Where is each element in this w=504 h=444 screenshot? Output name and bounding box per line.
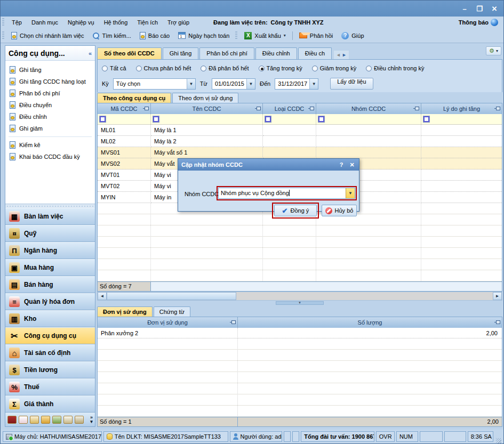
filter-button-icon[interactable]: [99, 116, 106, 123]
pin-icon[interactable]: [145, 107, 149, 110]
module-mua-hang[interactable]: ▣Mua hàng: [5, 259, 95, 276]
period-select[interactable]: Tùy chọn ▼: [113, 78, 196, 90]
ok-button[interactable]: ✔ Đồng ý: [274, 205, 317, 216]
group-combobox[interactable]: Nhóm phục vụ Cộng đồng ▼: [218, 188, 355, 199]
pin-icon[interactable]: [310, 107, 314, 110]
select-branch-button[interactable]: Chọn chi nhánh làm việc: [7, 30, 88, 41]
scrollbar-track[interactable]: [236, 292, 493, 300]
from-date-dropdown-icon[interactable]: ▼: [246, 79, 255, 89]
minimize-button[interactable]: –: [460, 5, 469, 13]
tab-so-theo-doi-ccdc[interactable]: Số theo dõi CCDC: [97, 47, 162, 59]
dialog-title-bar[interactable]: Cập nhật nhóm CCDC ? ✕: [178, 159, 359, 171]
export-button[interactable]: X Xuất khẩu ▾: [240, 30, 290, 41]
module-ngan-hang[interactable]: ΠNgân hàng: [5, 242, 95, 259]
export-dropdown-icon[interactable]: ▾: [284, 33, 286, 38]
tab-dieu-chinh[interactable]: Điều chỉnh: [255, 47, 297, 59]
filter-button-icon[interactable]: [153, 116, 159, 123]
notifications[interactable]: Thông báo: [459, 19, 498, 26]
search-button[interactable]: Tìm kiếm...: [88, 30, 135, 41]
feedback-button[interactable]: Phản hồi: [295, 31, 337, 41]
module-overflow-button[interactable]: » ▾: [90, 415, 93, 424]
task-kiem-ke[interactable]: Kiểm kê: [5, 139, 95, 151]
mini-notepad-icon[interactable]: [30, 416, 39, 424]
table-row-selected[interactable]: MVS01Máy vắt sổ 1: [98, 147, 502, 158]
mini-notes-icon[interactable]: [63, 416, 73, 424]
scrollbar-thumb[interactable]: [107, 292, 236, 300]
tab-phan-bo-chi-phi[interactable]: Phân bổ chi phí: [199, 47, 254, 59]
module-tai-san-co-dinh[interactable]: ⌂Tài sản cố định: [5, 344, 95, 361]
dialog-help-icon[interactable]: ?: [338, 162, 345, 168]
maximize-button[interactable]: ❐: [475, 5, 484, 13]
radio-giam-trong-ky[interactable]: Giảm trong kỳ: [312, 65, 356, 71]
dialog-close-icon[interactable]: ✕: [348, 162, 356, 168]
task-phan-bo-chi-phi[interactable]: Phân bổ chi phí: [5, 87, 95, 99]
pin-icon[interactable]: [415, 107, 419, 110]
mini-calendar-flower-icon[interactable]: [19, 416, 28, 424]
mini-book-icon[interactable]: [7, 416, 17, 424]
group-dropdown-icon[interactable]: ▼: [346, 188, 355, 198]
module-quan-ly-hoa-don[interactable]: ≡Quản lý hóa đơn: [5, 293, 95, 310]
task-ghi-tang-hang-loat[interactable]: Ghi tăng CCDC hàng loạt: [5, 76, 95, 87]
menu-file[interactable]: Tệp: [7, 18, 27, 27]
help-button[interactable]: ? Giúp: [337, 30, 368, 41]
menu-help[interactable]: Trợ giúp: [163, 18, 194, 27]
tab-scroll-right-icon[interactable]: ►: [342, 52, 347, 58]
menu-system[interactable]: Hệ thống: [99, 18, 133, 27]
period-dropdown-icon[interactable]: ▼: [187, 79, 195, 89]
mini-coins-icon[interactable]: [41, 416, 50, 424]
to-date-picker[interactable]: 31/12/2017 ▼: [275, 78, 318, 90]
col-loai-ccdc[interactable]: Loại CCDC: [263, 103, 316, 114]
module-thue[interactable]: %Thuế: [5, 378, 95, 395]
col-ten-ccdc[interactable]: Tên CCDC: [151, 103, 263, 114]
table-row[interactable]: Phân xưởng 2 2,00: [98, 328, 502, 338]
module-kho[interactable]: ▥Kho: [5, 310, 95, 327]
col-ly-do-ghi-tang[interactable]: Lý do ghi tăng: [421, 103, 502, 114]
task-dieu-chuyen[interactable]: Điều chuyển: [5, 99, 95, 111]
filter-button-icon[interactable]: [318, 116, 325, 123]
from-date-picker[interactable]: 01/01/2015 ▼: [212, 78, 255, 90]
splitter-handle[interactable]: ▼: [276, 301, 324, 305]
table-row[interactable]: ML01Máy là 1: [98, 125, 502, 136]
posting-date-button[interactable]: Ngày hạch toán: [174, 30, 234, 41]
tab-scroll-left-icon[interactable]: ◄: [336, 52, 341, 58]
radio-tang-trong-ky[interactable]: Tăng trong kỳ: [259, 65, 302, 71]
task-dieu-chinh[interactable]: Điều chỉnh: [5, 111, 95, 123]
close-button[interactable]: ✕: [490, 5, 499, 13]
horizontal-scrollbar[interactable]: ◄ ►: [97, 292, 502, 301]
grid-settings-button[interactable]: ⚙ ▾: [486, 46, 501, 55]
tab-ghi-tang[interactable]: Ghi tăng: [163, 47, 199, 59]
viewtab-theo-cong-cu[interactable]: Theo công cụ dụng cụ: [97, 93, 171, 103]
scroll-left-icon[interactable]: ◄: [98, 292, 107, 300]
task-ghi-giam[interactable]: Ghi giảm: [5, 123, 95, 134]
mini-schedule-icon[interactable]: [75, 416, 84, 424]
pane-splitter[interactable]: ▼: [97, 301, 502, 306]
collapse-icon[interactable]: «: [89, 50, 92, 56]
pin-icon[interactable]: [257, 107, 261, 110]
detailtab-chung-tu[interactable]: Chứng từ: [154, 306, 190, 317]
group-combobox-value[interactable]: Nhóm phục vụ Cộng đồng: [219, 188, 346, 198]
table-row[interactable]: ML02Máy là 2: [98, 136, 502, 147]
col-so-luong[interactable]: Số lượng: [238, 317, 502, 328]
mini-building-icon[interactable]: [52, 416, 61, 424]
menu-utilities[interactable]: Tiện ích: [132, 18, 163, 27]
radio-chua-phan-bo-het[interactable]: Chưa phân bổ hết: [136, 65, 191, 71]
col-nhom-ccdc[interactable]: Nhóm CCDC: [316, 103, 421, 114]
col-ma-ccdc[interactable]: Mã CCDC: [98, 103, 151, 114]
load-data-button[interactable]: Lấy dữ liệu: [330, 78, 373, 90]
to-date-dropdown-icon[interactable]: ▼: [309, 79, 318, 89]
menu-catalog[interactable]: Danh mục: [27, 18, 63, 27]
cancel-button[interactable]: Hủy bỏ: [322, 205, 357, 216]
module-ban-lam-viec[interactable]: ▦Bàn làm việc: [5, 208, 95, 225]
viewtab-theo-don-vi[interactable]: Theo đơn vị sử dụng: [172, 93, 238, 103]
radio-da-phan-bo-het[interactable]: Đã phân bổ hết: [201, 65, 249, 71]
tab-dieu-ch-truncated[interactable]: Điều ch: [298, 47, 332, 59]
menu-operations[interactable]: Nghiệp vụ: [63, 18, 99, 27]
module-ban-hang[interactable]: ▤Bán hàng: [5, 276, 95, 293]
module-gia-thanh[interactable]: ΣGiá thành: [5, 395, 95, 413]
report-button[interactable]: Báo cáo: [135, 30, 174, 41]
sidebar-splitter[interactable]: [5, 204, 95, 208]
task-ghi-tang[interactable]: Ghi tăng: [5, 64, 95, 76]
radio-tat-ca[interactable]: Tất cả: [102, 65, 126, 71]
detailtab-don-vi-su-dung[interactable]: Đơn vị sử dụng: [97, 306, 153, 317]
filter-button-icon[interactable]: [265, 116, 271, 123]
